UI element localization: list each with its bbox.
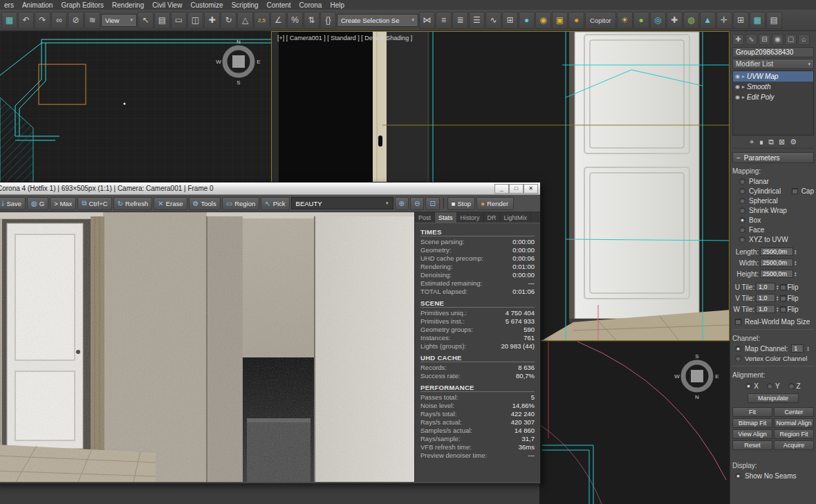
menu-item-scripting[interactable]: Scripting — [228, 1, 263, 9]
button-acquire[interactable]: Acquire — [774, 440, 814, 450]
make-unique-icon[interactable]: ⧉ — [768, 138, 774, 147]
spinner-arrows[interactable]: ▴▾ — [777, 284, 779, 290]
curve-editor-icon[interactable]: ∿ — [485, 12, 501, 29]
spinner-arrows[interactable]: ▴▾ — [777, 306, 779, 312]
viewport-bottom-wireframe[interactable]: S N W E — [539, 342, 730, 504]
map-channel-spinner[interactable]: ▴▾ — [807, 346, 809, 351]
create-selection-set-dropdown[interactable]: Create Selection Se▾ — [337, 14, 418, 27]
window-crossing-icon[interactable]: ◫ — [187, 12, 203, 29]
camera-icon[interactable]: ◎ — [650, 12, 666, 29]
pick-button[interactable]: ↖Pick — [261, 197, 289, 210]
flip-checkbox[interactable] — [780, 284, 786, 290]
button-reset[interactable]: Reset — [732, 440, 772, 450]
remove-modifier-icon[interactable]: ⊠ — [779, 138, 785, 147]
tab-history[interactable]: History — [457, 212, 484, 223]
g-buffer-button[interactable]: ◍G — [27, 197, 48, 210]
flip-checkbox[interactable] — [780, 306, 786, 312]
bind-to-space-warp-icon[interactable]: ≋ — [84, 12, 100, 29]
angle-snap-icon[interactable]: ∠ — [270, 12, 286, 29]
mapping-option-cylindrical[interactable]: CylindricalCap — [732, 186, 814, 196]
stop-button[interactable]: ■Stop — [447, 197, 475, 210]
menu-item-rendering[interactable]: Rendering — [108, 1, 148, 9]
spinner-snap-icon[interactable]: ⇅ — [304, 12, 319, 29]
modifier-row-smooth[interactable]: ◉▸Smooth — [733, 82, 813, 92]
vertex-channel-radio[interactable] — [735, 355, 741, 362]
eye-icon[interactable]: ◍ — [683, 12, 699, 29]
maximize-button[interactable]: □ — [509, 184, 523, 194]
width-field[interactable]: 2500,0m — [760, 259, 793, 267]
show-end-result-icon[interactable]: ∎ — [759, 138, 763, 147]
layer-explorer-icon[interactable]: ≣ — [452, 12, 468, 29]
material-editor-icon[interactable]: ● — [519, 12, 535, 29]
mapping-option-planar[interactable]: Planar — [732, 176, 814, 186]
axis-z[interactable]: Z — [788, 382, 801, 390]
color-swatch-icon[interactable]: ▦ — [750, 12, 766, 29]
modifier-row-edit-poly[interactable]: ◉▸Edit Poly — [733, 92, 813, 102]
light-icon[interactable]: ● — [633, 12, 649, 29]
minimize-button[interactable]: _ — [494, 184, 509, 194]
hierarchy-tab-icon[interactable]: ⊟ — [759, 34, 770, 45]
radio-icon[interactable] — [767, 383, 773, 389]
object-name-field[interactable]: Group2098638430 — [732, 47, 814, 57]
tab-post[interactable]: Post — [415, 212, 435, 223]
mapping-option-xyz-to-uvw[interactable]: XYZ to UVW — [732, 234, 814, 244]
v-tile-field[interactable]: 1,0 — [756, 294, 775, 302]
modifier-row-uvw-map[interactable]: ◉▸UVW Map — [733, 71, 813, 82]
snap-toggle-icon[interactable]: 2,5 — [254, 12, 270, 29]
spin-down-icon[interactable]: ▾ — [795, 263, 797, 265]
spin-down-icon[interactable]: ▾ — [777, 298, 779, 301]
radio-icon[interactable] — [739, 178, 745, 185]
create-tab-icon[interactable]: ✚ — [732, 34, 744, 45]
scene-explorer-icon[interactable]: ▦ — [1, 12, 17, 29]
copitor-button[interactable]: Copitor — [585, 12, 616, 29]
schematic-view-icon[interactable]: ⊞ — [502, 12, 518, 29]
select-and-rotate-icon[interactable]: ↻ — [221, 12, 237, 29]
save-button[interactable]: ⤓Save — [0, 197, 26, 210]
select-and-link-icon[interactable]: ∞ — [51, 12, 67, 29]
manipulate-button[interactable]: Manipulate — [748, 393, 799, 403]
align-icon[interactable]: ≡ — [436, 12, 452, 29]
menu-item-civil-view[interactable]: Civil View — [148, 1, 186, 9]
sun-positioner-icon[interactable]: ☀ — [617, 12, 633, 29]
visibility-icon[interactable]: ◉ — [735, 73, 740, 80]
undo-icon[interactable]: ↶ — [18, 12, 34, 29]
rectangular-selection-icon[interactable]: ▭ — [171, 12, 187, 29]
select-and-move-icon[interactable]: ✚ — [204, 12, 220, 29]
named-selection-icon[interactable]: {} — [320, 12, 336, 29]
to-max-button[interactable]: > Max — [50, 197, 76, 210]
tools-button[interactable]: ⚙Tools — [189, 197, 221, 210]
w-tile-field[interactable]: 1,0 — [756, 305, 775, 313]
menu-item-corona[interactable]: Corona — [295, 1, 326, 9]
map-channel-radio[interactable] — [735, 346, 741, 352]
redo-icon[interactable]: ↷ — [35, 12, 50, 29]
visibility-icon[interactable]: ◉ — [735, 94, 740, 100]
radio-icon[interactable] — [745, 383, 752, 389]
button-region-fit[interactable]: Region Fit — [774, 429, 814, 439]
display-tab-icon[interactable]: ▢ — [785, 34, 797, 45]
zoom-in-button[interactable]: ⊕ — [395, 197, 409, 210]
length-field[interactable]: 2500,0m — [760, 248, 793, 256]
spin-down-icon[interactable]: ▾ — [807, 348, 809, 351]
render-setup-icon[interactable]: ◉ — [535, 12, 551, 29]
u-tile-field[interactable]: 1,0 — [756, 283, 775, 291]
mapping-option-shrink-wrap[interactable]: Shrink Wrap — [732, 205, 814, 215]
close-button[interactable]: ✕ — [523, 184, 538, 194]
menu-item-help[interactable]: Help — [326, 1, 349, 9]
radio-icon[interactable] — [739, 236, 745, 243]
layout-icon[interactable]: ▤ — [766, 12, 782, 29]
view-dropdown[interactable]: View▾ — [101, 14, 137, 27]
menu-item-graph-editors[interactable]: Graph Editors — [57, 1, 108, 9]
radio-icon[interactable] — [739, 207, 745, 214]
helper-icon[interactable]: ✚ — [667, 12, 683, 29]
pin-stack-icon[interactable]: ⌖ — [750, 138, 754, 147]
button-bitmap-fit[interactable]: Bitmap Fit — [732, 418, 772, 428]
axis-x[interactable]: X — [745, 382, 759, 390]
zoom-out-button[interactable]: ⊖ — [410, 197, 424, 210]
spin-down-icon[interactable]: ▾ — [795, 274, 797, 277]
render-button[interactable]: ●Render — [476, 197, 514, 210]
visibility-icon[interactable]: ◉ — [735, 84, 740, 90]
viewport-top-wireframe[interactable]: N S W E — [0, 31, 271, 185]
render-production-icon[interactable]: ● — [568, 12, 584, 29]
motion-tab-icon[interactable]: ◉ — [772, 34, 783, 45]
menu-item-animation[interactable]: Animation — [18, 1, 57, 9]
